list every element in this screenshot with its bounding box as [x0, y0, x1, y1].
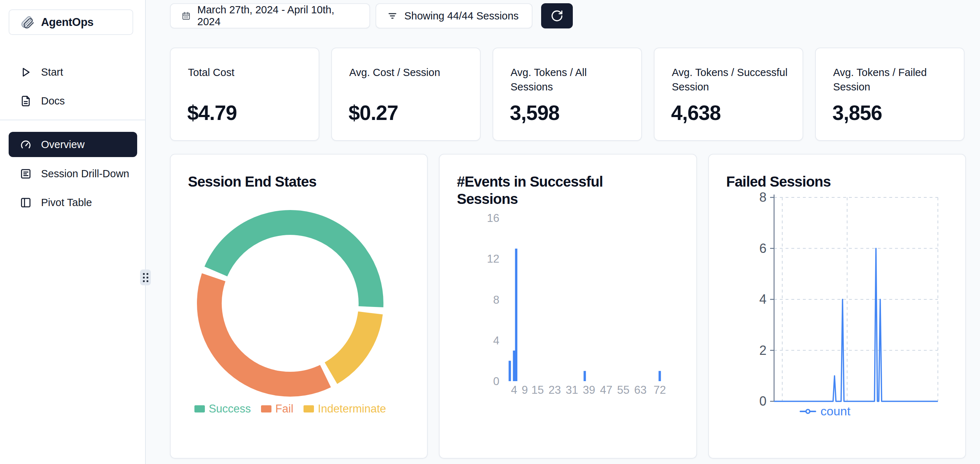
stat-label: Avg. Cost / Session: [349, 65, 471, 80]
stat-card-avg-tokens-failed: Avg. Tokens / Failed Session 3,856: [815, 48, 964, 141]
svg-text:72: 72: [654, 384, 666, 396]
sidebar-resize-handle[interactable]: [140, 269, 151, 285]
svg-text:4: 4: [511, 384, 517, 396]
events-histogram[interactable]: 0481216491523313947556372: [440, 155, 698, 459]
svg-text:4: 4: [759, 292, 767, 306]
svg-text:9: 9: [522, 384, 528, 396]
svg-text:15: 15: [531, 384, 544, 396]
charts-row: Session End States Success Fail Indeterm…: [170, 154, 966, 459]
session-end-states-card: Session End States Success Fail Indeterm…: [170, 154, 428, 459]
refresh-button[interactable]: [541, 3, 573, 29]
stat-value: $0.27: [348, 101, 398, 124]
stat-card-total-cost: Total Cost $4.79: [170, 48, 319, 141]
sidebar-divider: [0, 120, 146, 120]
date-range-button[interactable]: March 27th, 2024 - April 10th, 2024: [170, 3, 370, 29]
svg-text:55: 55: [617, 384, 629, 396]
stat-card-avg-cost-session: Avg. Cost / Session $0.27: [331, 48, 480, 141]
svg-text:16: 16: [487, 212, 500, 225]
svg-text:47: 47: [600, 384, 612, 396]
sidebar-item-label: Overview: [41, 139, 84, 151]
sessions-filter-button[interactable]: Showing 44/44 Sessions: [375, 3, 533, 29]
play-icon: [20, 66, 32, 78]
indeterminate-swatch: [304, 405, 314, 413]
stat-label: Total Cost: [188, 65, 309, 80]
svg-text:63: 63: [634, 384, 647, 396]
svg-text:4: 4: [493, 334, 500, 347]
legend-item-fail[interactable]: Fail: [261, 402, 293, 415]
svg-text:6: 6: [759, 241, 767, 256]
donut-legend: Success Fail Indeterminate: [171, 402, 410, 415]
stat-label: Avg. Tokens / Failed Session: [833, 65, 955, 94]
legend-label: Indeterminate: [318, 402, 386, 415]
toolbar: March 27th, 2024 - April 10th, 2024 Show…: [170, 3, 573, 29]
pivot-table-icon: [20, 197, 32, 209]
sidebar-item-label: Docs: [41, 95, 65, 107]
refresh-icon: [550, 10, 563, 22]
svg-text:0: 0: [493, 375, 500, 387]
sidebar-item-label: Start: [41, 66, 63, 78]
legend-item-indeterminate[interactable]: Indeterminate: [304, 402, 386, 415]
success-swatch: [194, 405, 205, 413]
sidebar-item-docs[interactable]: Docs: [9, 91, 137, 111]
paperclip-logo-icon: [19, 14, 35, 30]
svg-text:23: 23: [549, 384, 561, 396]
gauge-icon: [20, 139, 32, 151]
svg-text:8: 8: [759, 190, 767, 205]
fail-swatch: [261, 405, 272, 413]
svg-text:8: 8: [493, 293, 500, 306]
sessions-filter-label: Showing 44/44 Sessions: [404, 10, 519, 22]
legend-label: Fail: [275, 402, 293, 415]
filter-icon: [387, 10, 398, 21]
stat-card-avg-tokens-all: Avg. Tokens / All Sessions 3,598: [493, 48, 642, 141]
sidebar-item-pivot-table[interactable]: Pivot Table: [9, 192, 137, 212]
events-in-successful-sessions-card: #Events in Successful Sessions 048121649…: [439, 154, 697, 459]
legend-item-success[interactable]: Success: [194, 402, 251, 415]
session-drilldown-icon: [20, 168, 32, 180]
sidebar-item-label: Pivot Table: [41, 197, 92, 209]
sidebar-item-start[interactable]: Start: [9, 62, 137, 82]
stat-card-avg-tokens-successful: Avg. Tokens / Successful Session 4,638: [654, 48, 803, 141]
svg-text:2: 2: [759, 343, 767, 358]
agentops-dashboard: AgentOps Start Docs: [0, 0, 980, 464]
legend-label: Success: [209, 402, 251, 415]
calendar-icon: [181, 11, 191, 21]
stat-value: 3,598: [510, 101, 560, 124]
sidebar-item-label: Session Drill-Down: [41, 168, 129, 180]
stat-label: Avg. Tokens / All Sessions: [511, 65, 632, 94]
count-legend[interactable]: count: [800, 404, 850, 418]
count-line-marker-icon: [800, 408, 816, 414]
sidebar-item-session-drilldown[interactable]: Session Drill-Down: [9, 164, 137, 184]
stat-value: $4.79: [187, 101, 237, 124]
sidebar-nav: Start Docs: [0, 62, 146, 221]
count-legend-label: count: [821, 404, 850, 418]
stats-row: Total Cost $4.79 Avg. Cost / Session $0.…: [170, 48, 964, 141]
app-logo[interactable]: AgentOps: [9, 10, 133, 35]
failed-sessions-card: Failed Sessions 02468 count: [708, 154, 966, 459]
sidebar: AgentOps Start Docs: [0, 0, 146, 464]
svg-text:39: 39: [583, 384, 595, 396]
app-name: AgentOps: [41, 16, 94, 29]
docs-icon: [20, 95, 32, 107]
svg-text:31: 31: [566, 384, 578, 396]
svg-text:12: 12: [487, 252, 500, 265]
date-range-label: March 27th, 2024 - April 10th, 2024: [197, 4, 359, 28]
stat-label: Avg. Tokens / Successful Session: [672, 65, 793, 94]
sidebar-item-overview[interactable]: Overview: [9, 132, 137, 157]
stat-value: 3,856: [832, 101, 882, 124]
stat-value: 4,638: [671, 101, 721, 124]
svg-text:0: 0: [759, 394, 767, 408]
